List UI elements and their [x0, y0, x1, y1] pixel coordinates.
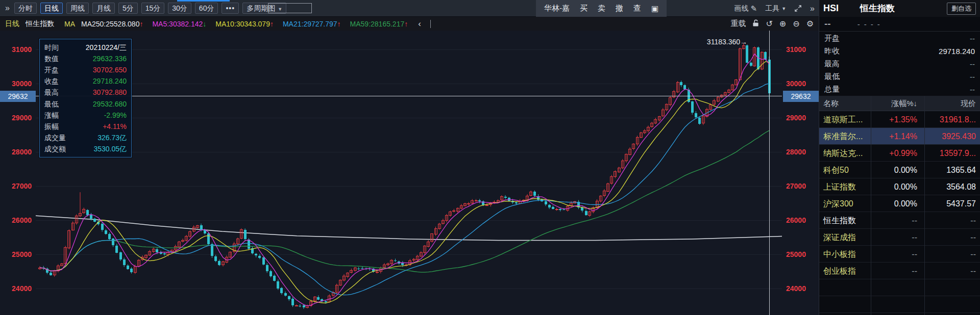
watchlist-row[interactable]: 标准普尔...+1.14%3925.430 — [819, 128, 980, 145]
period-button-日线[interactable]: 日线 — [40, 3, 63, 14]
empty-cell — [871, 279, 924, 296]
gear-icon[interactable]: ⚙ — [806, 17, 814, 31]
tooltip-row: 成交额3530.05亿 — [44, 144, 127, 154]
collapse-panel-icon[interactable]: » — [810, 4, 815, 13]
period-button-60分[interactable]: 60分 — [195, 3, 218, 14]
symbol-search-box[interactable] — [268, 3, 312, 13]
watchlist-row[interactable]: 纳斯达克...+0.99%13597.9... — [819, 145, 980, 162]
chart-region: 3100031000300003000029000290002800028000… — [0, 0, 819, 315]
tooltip-label: 最高 — [44, 87, 59, 97]
broker-button[interactable]: 华林-嘉 — [544, 4, 570, 13]
undo-icon[interactable]: ↺ — [766, 17, 772, 31]
tooltip-value: 20210224/三 — [86, 42, 127, 52]
window-icon[interactable]: ▣ — [651, 4, 658, 13]
period-button-5分[interactable]: 5分 — [118, 3, 138, 14]
header-name[interactable]: 名称 — [819, 96, 871, 111]
empty-cell — [819, 279, 871, 296]
index-name: 深证成指 — [819, 229, 871, 246]
info-value: 29718.240 — [939, 47, 975, 56]
watchlist-table: 名称涨幅%↓现价道琼斯工...+1.35%31961.8...标准普尔...+1… — [819, 96, 980, 315]
info-label: 最高 — [824, 59, 840, 69]
chart-controls: 重载 ↺ ⊕ ⊖ ⚙ — [730, 17, 814, 31]
crosshair-price-badge-right: 29632 — [783, 91, 819, 102]
index-change-pct: +1.14% — [871, 128, 924, 145]
trade-button-买[interactable]: 买 — [580, 4, 587, 13]
empty-cell — [924, 296, 980, 312]
trade-button-撤[interactable]: 撤 — [616, 4, 623, 13]
ma-text: MA5:30382.142 — [152, 20, 203, 28]
more-periods-button[interactable]: ••• — [222, 3, 239, 14]
empty-cell — [819, 296, 871, 312]
index-name: 科创50 — [819, 162, 871, 178]
chart-area[interactable]: 3100031000300003000029000290002800028000… — [0, 0, 819, 315]
zoom-out-icon[interactable]: ⊖ — [793, 17, 799, 31]
tooltip-row: 最高30792.880 — [44, 87, 127, 97]
watchlist-row[interactable]: 道琼斯工...+1.35%31961.8... — [819, 111, 980, 128]
tooltip-value: +4.11% — [103, 121, 127, 132]
ma5-line — [40, 54, 769, 306]
candles — [39, 43, 771, 309]
tooltip-value: 3530.05亿 — [93, 144, 127, 154]
ma250-line — [36, 216, 782, 240]
period-button-30分[interactable]: 30分 — [168, 3, 191, 14]
index-change-pct: 0.00% — [871, 195, 924, 212]
zoom-in-icon[interactable]: ⊕ — [779, 17, 786, 31]
remove-favorite-button[interactable]: 删自选 — [947, 3, 976, 15]
watchlist-row[interactable]: 恒生指数---- — [819, 212, 980, 229]
period-button-分时[interactable]: 分时 — [14, 3, 37, 14]
down-arrow-icon: ↓ — [203, 20, 206, 28]
info-value: -- — [970, 72, 975, 81]
header-price[interactable]: 现价 — [924, 96, 980, 111]
up-arrow-icon: ↑ — [139, 20, 143, 28]
period-button-周线[interactable]: 周线 — [66, 3, 89, 14]
y-axis-label-left: 25000 — [0, 249, 32, 259]
trading-app: 3100031000300003000029000290002800028000… — [0, 0, 980, 315]
reload-button[interactable]: 重载 — [730, 19, 746, 29]
tooltip-label: 涨幅 — [44, 110, 59, 120]
ma-lines — [40, 54, 769, 306]
index-change-pct: 0.00% — [871, 178, 924, 195]
watchlist-row[interactable]: 上证指数0.00%3564.08 — [819, 178, 980, 195]
quote-info-row: 最低-- — [819, 70, 980, 83]
header-change-pct[interactable]: 涨幅%↓ — [871, 96, 924, 111]
watchlist-row[interactable]: 沪深3000.00%5437.57 — [819, 195, 980, 212]
tooltip-row: 数值29632.336 — [44, 54, 127, 64]
chart-tools: 画线 ✎ 工具 ▼ » — [734, 0, 815, 17]
unlock-icon[interactable] — [752, 19, 759, 29]
draw-line-button[interactable]: 画线 ✎ — [734, 4, 757, 13]
watchlist-empty-row — [819, 279, 980, 296]
y-axis-label-left: 29000 — [0, 113, 32, 123]
y-axis-label-left: 28000 — [0, 147, 32, 157]
ma-value-label: MA21:29727.797↑ — [283, 20, 341, 28]
pane-divider[interactable] — [430, 20, 431, 28]
symbol-label: 恒生指数 — [26, 19, 54, 29]
info-label: 开盘 — [824, 34, 840, 43]
symbol-code: HSI — [823, 3, 839, 14]
index-name: 纳斯达克... — [819, 145, 871, 162]
tools-button[interactable]: 工具 ▼ — [765, 4, 786, 13]
quote-info-row: 最高-- — [819, 58, 980, 70]
period-button-15分[interactable]: 15分 — [141, 3, 165, 14]
ma-value-label: MA5:30382.142↓ — [152, 20, 206, 28]
watchlist-row[interactable]: 科创500.00%1365.64 — [819, 162, 980, 178]
trade-button-查[interactable]: 查 — [633, 4, 641, 13]
watchlist-row[interactable]: 创业板指---- — [819, 262, 980, 279]
ma-value-label: MA59:28165.217↑ — [350, 20, 408, 28]
quote-panel-header: HSI 恒生指数 删自选 — [819, 0, 980, 17]
index-price: -- — [924, 246, 980, 262]
trade-button-卖[interactable]: 卖 — [598, 4, 605, 13]
tooltip-label: 最低 — [44, 99, 59, 109]
index-change-pct: -- — [871, 229, 924, 246]
y-axis-label-left: 26000 — [0, 215, 32, 225]
y-axis-label-right: 25000 — [786, 249, 817, 259]
expand-left-icon[interactable]: » — [5, 4, 10, 13]
watchlist-row[interactable]: 中小板指---- — [819, 246, 980, 262]
tooltip-label: 成交额 — [44, 144, 66, 154]
period-button-月线[interactable]: 月线 — [92, 3, 115, 14]
empty-cell — [819, 313, 871, 315]
fullscreen-icon[interactable] — [794, 5, 802, 12]
period-toolbar: » 分时日线周线月线5分15分30分60分 ••• 多周期图▼ 华林-嘉 买卖撤… — [0, 0, 819, 17]
index-price: -- — [924, 212, 980, 229]
watchlist-row[interactable]: 深证成指---- — [819, 229, 980, 246]
collapse-indicator-icon[interactable]: ‹ — [418, 19, 421, 29]
